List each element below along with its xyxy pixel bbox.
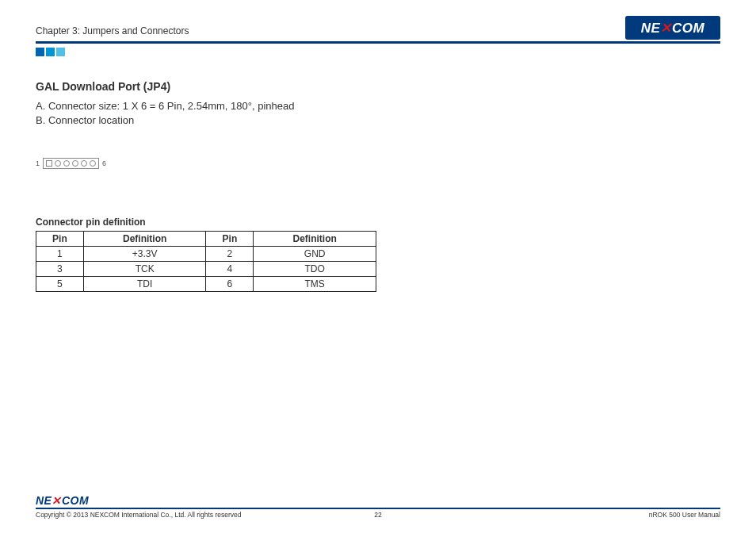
pin-2-icon bbox=[55, 160, 61, 167]
cell-definition: TDO bbox=[254, 262, 376, 277]
chapter-title: Chapter 3: Jumpers and Connectors bbox=[36, 25, 189, 40]
connector-box bbox=[43, 158, 99, 169]
pin-4-icon bbox=[72, 160, 78, 167]
pin-3-icon bbox=[63, 160, 70, 167]
cell-pin: 6 bbox=[206, 277, 254, 292]
table-row: 3 TCK 4 TDO bbox=[36, 262, 376, 277]
col-header-pin: Pin bbox=[206, 232, 254, 247]
cell-definition: TCK bbox=[83, 262, 206, 277]
decorative-squares bbox=[36, 48, 720, 56]
spec-line-a: A. Connector size: 1 X 6 = 6 Pin, 2.54mm… bbox=[36, 99, 448, 113]
cell-definition: TDI bbox=[83, 277, 206, 292]
table-row: 1 +3.3V 2 GND bbox=[36, 247, 376, 262]
nexcom-logo-top: NE✕COM bbox=[625, 16, 720, 40]
page-number: 22 bbox=[36, 511, 720, 519]
pin-6-icon bbox=[90, 160, 96, 167]
cell-pin: 1 bbox=[36, 247, 84, 262]
col-header-definition: Definition bbox=[254, 232, 376, 247]
spec-line-b: B. Connector location bbox=[36, 113, 448, 128]
col-header-pin: Pin bbox=[36, 232, 84, 247]
pin-1-icon bbox=[46, 160, 52, 167]
cell-pin: 3 bbox=[36, 262, 84, 277]
pin-label-left: 1 bbox=[36, 159, 40, 167]
cell-pin: 4 bbox=[206, 262, 254, 277]
table-heading: Connector pin definition bbox=[36, 217, 448, 228]
cell-definition: +3.3V bbox=[83, 247, 206, 262]
connector-diagram: 1 6 bbox=[36, 158, 448, 169]
header-rule bbox=[36, 41, 720, 44]
cell-pin: 5 bbox=[36, 277, 84, 292]
pin-5-icon bbox=[81, 160, 87, 167]
col-header-definition: Definition bbox=[83, 232, 206, 247]
cell-definition: GND bbox=[254, 247, 376, 262]
pin-label-right: 6 bbox=[102, 159, 106, 167]
nexcom-logo-bottom: NE✕COM bbox=[36, 494, 720, 507]
table-row: 5 TDI 6 TMS bbox=[36, 277, 376, 292]
cell-definition: TMS bbox=[254, 277, 376, 292]
cell-pin: 2 bbox=[206, 247, 254, 262]
section-heading: GAL Download Port (JP4) bbox=[36, 80, 448, 93]
footer-rule bbox=[36, 508, 720, 509]
pin-definition-table: Pin Definition Pin Definition 1 +3.3V 2 … bbox=[36, 231, 376, 292]
table-header-row: Pin Definition Pin Definition bbox=[36, 232, 376, 247]
